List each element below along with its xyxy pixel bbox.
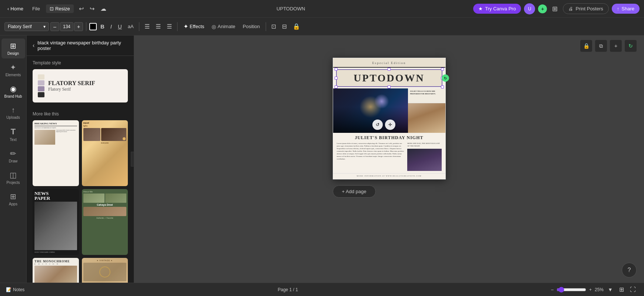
line-spacing-button[interactable]: ☰: [165, 21, 174, 31]
resize-button[interactable]: ⊡ Resize: [46, 4, 74, 13]
align-list-button[interactable]: ☰: [153, 21, 163, 31]
italic-button[interactable]: I: [108, 22, 114, 31]
thumb-1-title: BREAKING NEWS: [34, 122, 77, 126]
cloud-save-button[interactable]: ☁: [98, 4, 109, 14]
transparency-button[interactable]: ⊡: [269, 21, 278, 31]
sidebar-item-uploads[interactable]: ↑ Uploads: [1, 103, 25, 122]
sidebar-item-apps[interactable]: ⊞ Apps: [1, 189, 25, 209]
rotate-indicator[interactable]: ↻: [442, 74, 449, 82]
font-size-input[interactable]: [60, 22, 73, 31]
animate-icon: ◎: [212, 24, 216, 30]
decrease-font-size-button[interactable]: –: [50, 22, 59, 31]
template-thumb-6[interactable]: ✦ VINTAGE ✦: [82, 258, 128, 283]
format-toolbar: Flatory Serif ▾ – + B I U aA ☰ ☰ ☰ ✦ Eff…: [0, 18, 644, 36]
panel-back-button[interactable]: ‹: [33, 42, 34, 49]
sidebar-item-text[interactable]: T Text: [1, 124, 25, 145]
thumb-2-img1: [83, 128, 101, 141]
handle-bm[interactable]: [388, 85, 391, 88]
font-name: Flatory Serif: [8, 24, 32, 29]
share-button[interactable]: ↑ Share: [612, 4, 640, 14]
poster-footer-text: MORE INFORMATION AT WWW.REALLYGREATSITE.…: [333, 173, 445, 179]
zoom-dropdown-button[interactable]: ▾: [607, 285, 614, 295]
thumb-2-label2: lights: [83, 125, 127, 127]
lock-button[interactable]: 🔒: [291, 21, 302, 31]
crop-button[interactable]: ⊟: [280, 21, 289, 31]
file-button[interactable]: File: [29, 4, 43, 13]
text-case-button[interactable]: aA: [126, 22, 136, 31]
handle-ml[interactable]: [335, 77, 338, 80]
template-thumb-3[interactable]: NEWSPAPER GOOD THINGS ARE COMING: [33, 189, 79, 255]
bold-button[interactable]: B: [98, 22, 107, 31]
refresh-canvas-button[interactable]: ↻: [625, 40, 637, 52]
thumb-5-edition: E D I T I O N: [34, 263, 77, 265]
align-left-button[interactable]: ☰: [142, 21, 152, 31]
analytics-button[interactable]: ⊞: [550, 3, 560, 14]
animate-button[interactable]: ◎ Animate: [209, 22, 238, 31]
avatar[interactable]: U: [524, 3, 535, 14]
thumb-4-name: Cahaya Dewi: [83, 204, 127, 206]
panel-title: black vintage newspaper birthday party p…: [37, 40, 128, 51]
thumb-6-content: ✦ VINTAGE ✦: [82, 258, 128, 283]
notes-icon: 📝: [6, 287, 11, 292]
undo-button[interactable]: ↩: [77, 4, 86, 14]
sidebar-item-brand-hub[interactable]: ◉ Brand Hub: [1, 81, 25, 101]
handle-tm[interactable]: [388, 68, 391, 71]
notes-button[interactable]: 📝 Notes: [6, 287, 24, 292]
template-thumb-1[interactable]: BREAKING NEWS OLIVIA'S 1ST BIRTHDAY PART…: [33, 120, 79, 186]
lock-canvas-button[interactable]: 🔒: [580, 40, 592, 52]
resize-label: Resize: [55, 6, 70, 11]
handle-br[interactable]: [441, 85, 444, 88]
poster-main-title: UPTODOWN: [341, 72, 438, 84]
zoom-control: – + 25% ▾ ⊞ ⛶: [551, 285, 638, 295]
redo-button[interactable]: ↪: [87, 4, 97, 14]
separator-2: [139, 22, 139, 31]
handle-tr[interactable]: [441, 68, 444, 71]
add-page-button[interactable]: + Add page: [333, 185, 376, 198]
swatch-4: [38, 92, 44, 97]
increase-font-size-button[interactable]: +: [74, 22, 83, 31]
handle-tl[interactable]: [335, 68, 338, 71]
sidebar-item-elements[interactable]: ✦ Elements: [1, 60, 25, 80]
home-button[interactable]: ‹ Home: [4, 4, 26, 13]
share-label: Share: [621, 6, 634, 11]
crowd-effect: [333, 107, 408, 133]
underline-button[interactable]: U: [116, 22, 124, 31]
font-selector[interactable]: Flatory Serif ▾: [4, 22, 49, 31]
template-thumb-5[interactable]: THE Monochrome E D I T I O N 2022 ▪ SPEC…: [33, 258, 79, 283]
home-label: Home: [10, 6, 23, 11]
text-color-picker[interactable]: [89, 23, 97, 30]
sidebar-item-design[interactable]: ⊞ Design: [1, 38, 25, 58]
template-style-label: Template style: [33, 60, 128, 65]
effects-button[interactable]: ✦ Effects: [180, 21, 208, 31]
panel-collapse-button[interactable]: ‹: [131, 152, 134, 166]
expand-view-button[interactable]: ⛶: [628, 285, 638, 295]
help-button[interactable]: ?: [622, 263, 637, 278]
handle-bl[interactable]: [335, 85, 338, 88]
image-reposition-button[interactable]: ✛: [385, 120, 395, 130]
poster-title-box[interactable]: UPTODOWN: [336, 69, 442, 87]
template-thumb-4[interactable]: About Me Cahaya Dewi Authentic ✓ Favorit…: [82, 189, 128, 255]
template-thumb-2[interactable]: equal lights everyone: [82, 120, 128, 186]
add-collaborator-button[interactable]: +: [538, 4, 547, 13]
sidebar-item-projects[interactable]: ◫ Projects: [1, 168, 25, 188]
print-posters-button[interactable]: 🖨 Print Posters: [563, 3, 608, 14]
try-canva-button[interactable]: ★ Try Canva Pro: [473, 4, 521, 14]
swatch-1: [38, 74, 44, 80]
sidebar-item-uploads-label: Uploads: [6, 115, 20, 120]
poster-title-container[interactable]: UPTODOWN ↻: [336, 69, 442, 87]
templates-grid: BREAKING NEWS OLIVIA'S 1ST BIRTHDAY PART…: [33, 120, 128, 283]
dropdown-chevron-icon: ▾: [43, 24, 46, 29]
position-button[interactable]: Position: [240, 22, 263, 31]
grid-view-button[interactable]: ⊞: [617, 285, 626, 295]
copy-canvas-button[interactable]: ⧉: [595, 40, 607, 52]
sidebar-item-brand-hub-label: Brand Hub: [4, 94, 22, 98]
zoom-slider[interactable]: [557, 287, 586, 293]
template-preview-card[interactable]: FLATORY SERIF Flatory Serif: [33, 69, 128, 102]
sidebar-item-draw[interactable]: ✏ Draw: [1, 146, 25, 166]
zoom-icon: +: [589, 287, 592, 292]
image-rotate-button[interactable]: ↺: [372, 120, 383, 130]
add-page-top-button[interactable]: +: [610, 40, 622, 52]
thumb-5-title: THE Monochrome: [34, 260, 77, 263]
image-controls: ↺ ✛: [372, 120, 395, 130]
bottom-bar: 📝 Notes Page 1 / 1 – + 25% ▾ ⊞ ⛶: [0, 283, 644, 296]
